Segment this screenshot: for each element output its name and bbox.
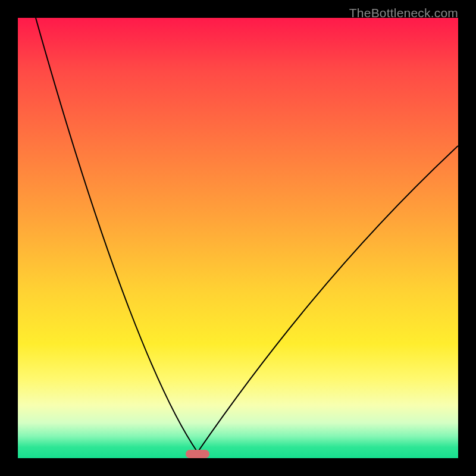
plot-area — [18, 18, 458, 458]
bottleneck-curve — [18, 18, 458, 458]
watermark-text: TheBottleneck.com — [349, 6, 458, 20]
optimal-point-marker — [186, 450, 209, 458]
chart-frame: TheBottleneck.com — [0, 0, 476, 476]
